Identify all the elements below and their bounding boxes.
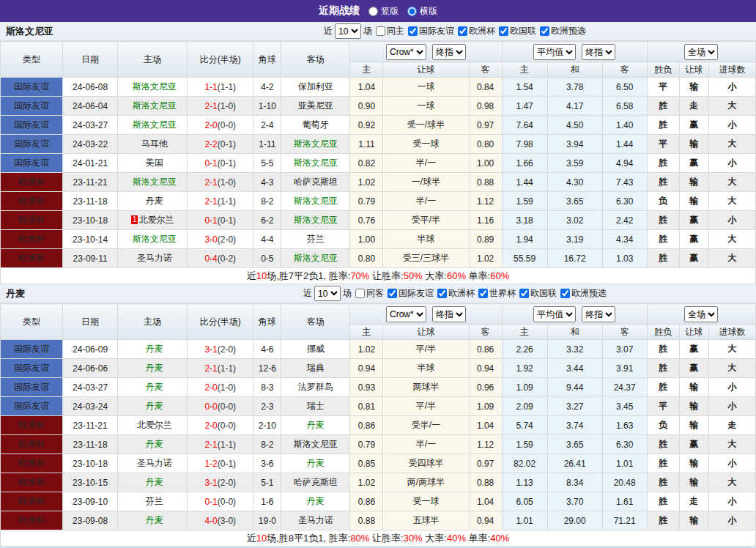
league-badge: 国际友谊: [1, 154, 63, 173]
away-team-cell: 斯洛文尼亚: [281, 135, 350, 154]
bookmaker-select[interactable]: Crow*: [386, 306, 426, 322]
recent-games-select[interactable]: 10: [335, 23, 361, 39]
league-checkbox[interactable]: 欧洲预选: [557, 287, 607, 300]
summary-segment: 大率:: [423, 270, 447, 281]
league-checkbox-input[interactable]: [478, 289, 488, 298]
result-handicap: 赢: [679, 154, 708, 173]
stage-select-2[interactable]: 终指: [582, 44, 615, 60]
league-checkbox-label: 欧洲预选: [571, 287, 607, 300]
avg-away-odds: 7.43: [602, 173, 647, 192]
home-team-cell: 丹麦: [118, 435, 188, 454]
avg-draw-odds: 4.50: [547, 116, 602, 135]
avg-draw-odds: 9.44: [547, 378, 602, 397]
score-cell: 0-1(0-1): [188, 211, 253, 230]
avg-away-odds: 1.44: [602, 135, 647, 154]
average-select[interactable]: 平均值: [533, 306, 576, 322]
handicap-line: 半球: [383, 230, 469, 249]
result-outcome: 胜: [647, 230, 679, 249]
avg-home-odds: 1.59: [502, 435, 547, 454]
odds-away: 1.09: [469, 397, 502, 416]
league-checkbox-input[interactable]: [458, 26, 467, 36]
layout-radio-vertical[interactable]: 竖版: [368, 5, 399, 18]
handicap-line: 受一球: [383, 492, 469, 511]
fulltime-select[interactable]: 全场: [684, 44, 718, 60]
league-checkbox[interactable]: 欧国联: [516, 287, 557, 300]
home-team-cell: 斯洛文尼亚: [118, 230, 188, 249]
away-team-cell: 挪威: [281, 340, 350, 359]
home-team: 芬兰: [146, 496, 163, 506]
league-checkbox-label: 世界杯: [489, 287, 516, 300]
avg-home-odds: 2.09: [502, 397, 547, 416]
summary-segment: 近: [247, 533, 256, 544]
avg-away-odds: 6.30: [602, 192, 647, 211]
result-outcome: 负: [647, 192, 679, 211]
recent-games-select[interactable]: 10: [314, 286, 341, 301]
match-date: 23-10-18: [63, 211, 118, 230]
fulltime-select[interactable]: 全场: [684, 306, 718, 322]
stage-select[interactable]: 终指: [432, 306, 466, 322]
bookmaker-select[interactable]: Crow*: [386, 44, 426, 60]
team-section: 斯洛文尼亚 近 10 场 同主 国际友谊欧洲杯欧国联欧洲预选 类型 日期 主场 …: [0, 22, 756, 284]
stage-select-2[interactable]: 终指: [582, 306, 615, 322]
handicap-line: 两球半: [383, 378, 469, 397]
layout-radio-horizontal[interactable]: 横版: [407, 5, 437, 18]
same-venue-input[interactable]: [376, 26, 385, 36]
col-corner: 角球: [253, 42, 281, 78]
league-checkbox-input[interactable]: [408, 26, 418, 36]
league-checkbox[interactable]: 欧国联: [495, 25, 536, 37]
away-team-cell: 亚美尼亚: [281, 97, 350, 116]
odds-away: 0.88: [469, 173, 502, 192]
horizontal-radio-input[interactable]: [407, 7, 417, 16]
odds-home: 1.04: [350, 78, 383, 97]
same-venue-checkbox[interactable]: 同客: [352, 287, 384, 300]
league-checkbox[interactable]: 国际友谊: [404, 25, 454, 37]
away-team-cell: 丹麦: [281, 492, 350, 511]
home-team: 斯洛文尼亚: [133, 177, 177, 187]
league-checkbox-input[interactable]: [519, 289, 529, 298]
result-goals: 大: [708, 192, 755, 211]
league-checkbox[interactable]: 欧洲杯: [434, 287, 475, 300]
odds-home: 0.93: [350, 378, 383, 397]
average-select[interactable]: 平均值: [533, 44, 576, 60]
vertical-radio-input[interactable]: [368, 7, 378, 16]
avg-away-odds: 4.34: [602, 230, 647, 249]
stage-select[interactable]: 终指: [432, 44, 466, 60]
league-badge: 国际友谊: [1, 340, 63, 359]
same-venue-checkbox[interactable]: 同主: [372, 25, 404, 37]
match-date: 23-10-18: [63, 454, 118, 473]
league-checkbox-input[interactable]: [560, 289, 570, 298]
corner-count: 4-2: [253, 78, 281, 97]
team-name-title: 斯洛文尼亚: [0, 25, 154, 38]
col-score: 比分(半场): [188, 42, 253, 78]
league-checkbox[interactable]: 国际友谊: [384, 287, 434, 300]
odds-home: 0.86: [350, 416, 383, 435]
league-checkbox-input[interactable]: [388, 289, 397, 298]
league-checkbox-input[interactable]: [540, 26, 549, 36]
subcol-goals-result: 进球数: [708, 62, 755, 78]
corner-count: 5-5: [253, 154, 281, 173]
handicap-line: 两/两球半: [383, 473, 469, 492]
league-checkbox[interactable]: 欧洲预选: [536, 25, 586, 37]
away-team: 丹麦: [307, 420, 325, 430]
away-team: 斯洛文尼亚: [294, 158, 338, 168]
league-checkbox[interactable]: 欧洲杯: [454, 25, 495, 37]
league-checkbox-label: 欧洲杯: [448, 287, 475, 300]
halftime-score: (0-0): [218, 401, 236, 412]
avg-away-odds: 3.07: [602, 340, 647, 359]
table-row: 欧洲杯 23-11-18 丹麦 2-1(1-1) 8-2 斯洛文尼亚 0.79 …: [1, 192, 756, 211]
same-venue-input[interactable]: [355, 289, 365, 298]
away-team: 斯洛文尼亚: [294, 138, 338, 149]
summary-segment: 近: [247, 270, 256, 281]
home-team: 丹麦: [146, 344, 163, 354]
away-team: 斯洛文尼亚: [294, 253, 338, 263]
league-checkbox-input[interactable]: [499, 26, 508, 36]
score-cell: 3-1(2-0): [188, 473, 253, 492]
score-cell: 2-1(1-1): [188, 435, 253, 454]
league-checkbox[interactable]: 世界杯: [475, 287, 516, 300]
result-goals: 小: [708, 116, 755, 135]
league-badge: 欧洲杯: [1, 173, 63, 192]
league-checkbox-input[interactable]: [437, 289, 447, 298]
corner-count: 1-10: [253, 97, 281, 116]
avg-draw-odds: 3.65: [547, 435, 602, 454]
subcol-home-odds: 主: [350, 62, 383, 78]
